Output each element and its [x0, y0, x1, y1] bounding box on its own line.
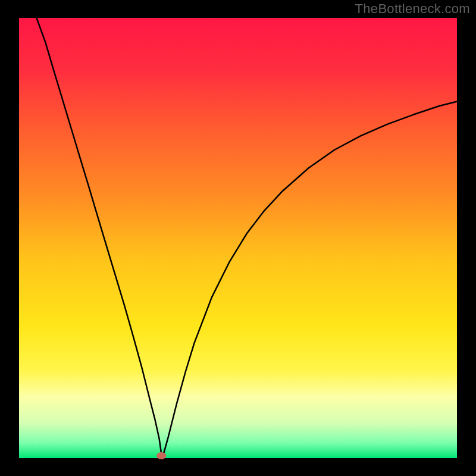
watermark-text: TheBottleneck.com [355, 1, 470, 17]
bottleneck-chart [0, 0, 476, 476]
optimal-point-marker [156, 452, 166, 459]
chart-frame: TheBottleneck.com [0, 0, 476, 476]
plot-background [19, 18, 457, 458]
